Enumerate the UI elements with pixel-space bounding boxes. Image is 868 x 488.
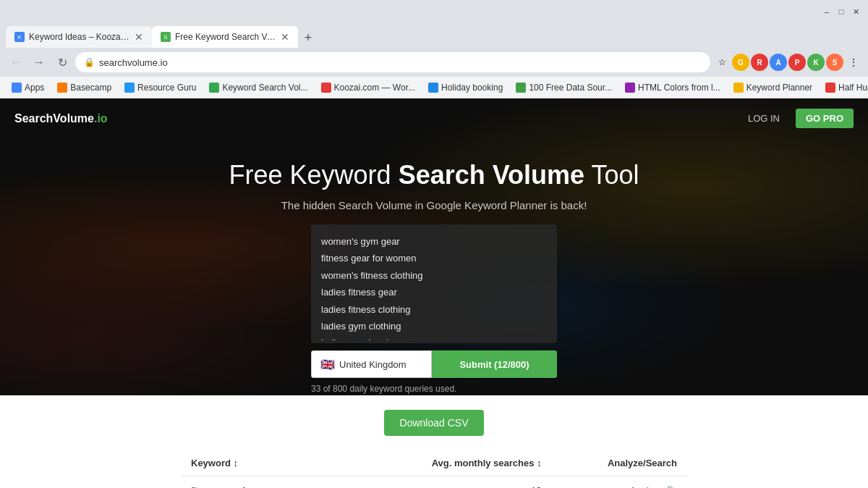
back-button[interactable]: ← bbox=[6, 52, 26, 72]
bookmark-koozai[interactable]: Koozai.com — Wor... bbox=[315, 81, 421, 94]
col-header-analyze: Analyze/Search bbox=[552, 450, 687, 476]
bookmark-html-colors[interactable]: HTML Colors from l... bbox=[619, 81, 726, 94]
minimize-button[interactable]: – bbox=[820, 5, 833, 18]
bookmark-holiday-label: Holiday booking bbox=[441, 83, 503, 93]
keyword-box: women's gym gear fitness gear for women … bbox=[311, 224, 557, 343]
tab-favicon-1: K bbox=[14, 32, 25, 42]
bookmark-resource-guru[interactable]: Resource Guru bbox=[119, 81, 202, 94]
bookmark-half-human[interactable]: Half Human – Shop... bbox=[820, 81, 868, 94]
window-controls[interactable]: – □ ✕ bbox=[820, 5, 862, 18]
controls-row: 🇬🇧 United Kingdom Submit (12/800) bbox=[311, 350, 557, 378]
cell-keyword-0: fitness gear for women bbox=[181, 476, 355, 489]
bookmark-html-colors-icon bbox=[625, 83, 635, 93]
download-row: Download CSV bbox=[0, 410, 868, 436]
bookmark-holiday[interactable]: Holiday booking bbox=[422, 81, 509, 94]
site-nav: SearchVolume.io LOG IN GO PRO bbox=[0, 98, 868, 138]
close-button[interactable]: ✕ bbox=[849, 5, 862, 18]
country-selector[interactable]: 🇬🇧 United Kingdom bbox=[311, 350, 432, 378]
tab-search-volume[interactable]: S Free Keyword Search Volume To... ✕ bbox=[152, 26, 298, 48]
lock-icon: 🔒 bbox=[84, 57, 95, 67]
new-tab-button[interactable]: + bbox=[298, 28, 318, 48]
results-section: Download CSV Keyword ↕ Avg. monthly sear… bbox=[0, 395, 868, 488]
tabs-bar: K Keyword Ideas – Koozai Ltd – Go... ✕ S… bbox=[0, 23, 868, 48]
bookmark-basecamp[interactable]: Basecamp bbox=[51, 81, 117, 94]
download-csv-button[interactable]: Download CSV bbox=[384, 410, 485, 436]
bookmark-keyword-search-icon bbox=[209, 83, 219, 93]
logo-suffix: .io bbox=[94, 112, 108, 125]
maximize-button[interactable]: □ bbox=[835, 5, 848, 18]
bookmark-apps-label: Apps bbox=[25, 83, 44, 93]
bookmark-basecamp-label: Basecamp bbox=[70, 83, 111, 93]
results-table: Keyword ↕ Avg. monthly searches ↕ Analyz… bbox=[181, 450, 687, 488]
bookmark-100free-icon bbox=[516, 83, 526, 93]
bookmarks-bar: Apps Basecamp Resource Guru Keyword Sear… bbox=[0, 77, 868, 98]
site-logo: SearchVolume.io bbox=[14, 112, 108, 125]
bookmark-apps[interactable]: Apps bbox=[6, 81, 50, 94]
hero-title-suffix: Tool bbox=[584, 160, 639, 190]
nav-right: LOG IN GO PRO bbox=[739, 109, 854, 128]
col-header-keyword[interactable]: Keyword ↕ bbox=[181, 450, 355, 476]
bookmark-keyword-search[interactable]: Keyword Search Vol... bbox=[203, 81, 313, 94]
go-pro-button[interactable]: GO PRO bbox=[796, 109, 854, 128]
cell-analyze-0[interactable]: Analyze 🔍 bbox=[552, 476, 687, 489]
tab-close-2[interactable]: ✕ bbox=[281, 32, 289, 42]
tab-close-1[interactable]: ✕ bbox=[135, 32, 143, 42]
ext-icon-1[interactable]: G bbox=[732, 54, 749, 71]
refresh-button[interactable]: ↻ bbox=[52, 52, 72, 72]
country-name: United Kingdom bbox=[339, 359, 407, 370]
hero-subtitle: The hidden Search Volume in Google Keywo… bbox=[229, 199, 639, 211]
tab-favicon-2: S bbox=[161, 32, 171, 42]
tab-label-2: Free Keyword Search Volume To... bbox=[175, 32, 276, 42]
bookmark-resource-guru-label: Resource Guru bbox=[137, 83, 196, 93]
table-header-row: Keyword ↕ Avg. monthly searches ↕ Analyz… bbox=[181, 450, 687, 476]
ext-icon-4[interactable]: P bbox=[788, 54, 806, 71]
bookmark-apps-icon bbox=[12, 83, 22, 93]
hero-title-prefix: Free Keyword bbox=[229, 160, 399, 190]
bookmark-html-colors-label: HTML Colors from l... bbox=[638, 83, 720, 93]
login-button[interactable]: LOG IN bbox=[739, 109, 788, 128]
star-icon[interactable]: ☆ bbox=[713, 54, 731, 71]
bookmark-100free-label: 100 Free Data Sour... bbox=[529, 83, 612, 93]
bookmark-resource-guru-icon bbox=[124, 83, 135, 93]
search-icon-0: 🔍 bbox=[666, 486, 677, 489]
country-flag: 🇬🇧 bbox=[320, 358, 335, 371]
col-header-avg-monthly[interactable]: Avg. monthly searches ↕ bbox=[355, 450, 552, 476]
bookmark-keyword-planner-label: Keyword Planner bbox=[746, 83, 812, 93]
more-extensions-button[interactable]: ⋮ bbox=[845, 54, 862, 71]
bookmark-100free[interactable]: 100 Free Data Sour... bbox=[510, 81, 618, 94]
ext-icon-2[interactable]: R bbox=[751, 54, 768, 71]
analyze-link-0[interactable]: Analyze bbox=[630, 485, 663, 488]
ext-icon-6[interactable]: S bbox=[826, 54, 843, 71]
hero-content: Free Keyword Search Volume Tool The hidd… bbox=[229, 160, 639, 394]
site-wrapper: SearchVolume.io LOG IN GO PRO Free Keywo… bbox=[0, 98, 868, 488]
ext-icon-3[interactable]: A bbox=[770, 54, 787, 71]
address-text: searchvolume.io bbox=[99, 57, 168, 68]
hero-title-bold: Search Volume bbox=[399, 160, 584, 190]
address-bar[interactable]: 🔒 searchvolume.io bbox=[75, 52, 710, 72]
forward-button[interactable]: → bbox=[29, 52, 49, 72]
keywords-textarea[interactable]: women's gym gear fitness gear for women … bbox=[311, 224, 557, 340]
bookmark-keyword-planner[interactable]: Keyword Planner bbox=[728, 81, 818, 94]
tab-keyword-ideas[interactable]: K Keyword Ideas – Koozai Ltd – Go... ✕ bbox=[6, 26, 152, 48]
table-row: fitness gear for women 10 Analyze 🔍 bbox=[181, 476, 687, 489]
bookmark-keyword-search-label: Keyword Search Vol... bbox=[222, 83, 307, 93]
submit-button[interactable]: Submit (12/800) bbox=[432, 350, 557, 378]
cell-avg-0: 10 bbox=[355, 476, 552, 489]
title-bar: – □ ✕ bbox=[0, 0, 868, 23]
hero-title: Free Keyword Search Volume Tool bbox=[229, 160, 639, 190]
browser-chrome: – □ ✕ K Keyword Ideas – Koozai Ltd – Go.… bbox=[0, 0, 868, 98]
bookmark-basecamp-icon bbox=[57, 83, 67, 93]
ext-icon-5[interactable]: K bbox=[807, 54, 825, 71]
bookmark-half-human-label: Half Human – Shop... bbox=[838, 83, 868, 93]
tab-label-1: Keyword Ideas – Koozai Ltd – Go... bbox=[29, 32, 130, 42]
bookmark-koozai-label: Koozai.com — Wor... bbox=[334, 83, 415, 93]
bookmark-half-human-icon bbox=[825, 83, 835, 93]
bookmark-keyword-planner-icon bbox=[733, 83, 744, 93]
bookmark-koozai-icon bbox=[321, 83, 331, 93]
address-bar-row: ← → ↻ 🔒 searchvolume.io ☆ G R A P K S ⋮ bbox=[0, 48, 868, 77]
extensions-area: ☆ G R A P K S ⋮ bbox=[713, 54, 862, 71]
hero-section: SearchVolume.io LOG IN GO PRO Free Keywo… bbox=[0, 98, 868, 395]
query-count: 33 of 800 daily keyword queries used. bbox=[311, 384, 557, 394]
bookmark-holiday-icon bbox=[428, 83, 438, 93]
